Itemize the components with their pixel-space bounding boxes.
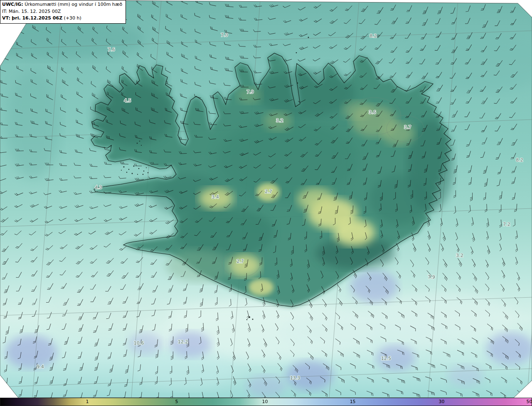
weather-map: 7.08.27.64.57.93.23.63.78.24.33.42.77.23… — [0, 0, 532, 398]
contour-label: 3.7 — [404, 125, 411, 130]
model-label: UWC/IG: — [2, 2, 23, 7]
colorbar-tick-label: 5 — [175, 398, 178, 406]
contour-label: 8.2 — [369, 33, 377, 39]
wind-barb — [0, 41, 9, 46]
valid-label: VT: — [2, 15, 10, 21]
contour-label: 3.2 — [456, 253, 463, 258]
contour-label: 8.2 — [516, 157, 523, 163]
init-time-line: IT: Mán. 15. 12. 2025 00Z — [2, 8, 122, 15]
contour-label: 12.5 — [381, 356, 392, 361]
contour-label: 7.9 — [428, 274, 435, 280]
contour-label: 12.2 — [178, 339, 188, 345]
forecast-info-box: UWC/IG: Úrkomumætti (mm) og vindur í 100… — [0, 0, 126, 24]
init-time: Mán. 15. 12. 2025 00Z — [9, 9, 61, 14]
colorbar-tick-label: 1 — [86, 398, 89, 406]
colorbar-tick-label: 15 — [350, 398, 356, 406]
colorbar-tick-label: 10 — [262, 398, 268, 406]
wind-barb — [5, 392, 8, 398]
contour-label: 4.3 — [95, 185, 102, 190]
contour-label: 7.0 — [221, 32, 228, 38]
contour-label: 2.7 — [236, 259, 244, 264]
contour-label: 4.5 — [124, 98, 131, 103]
contour-label: 3.6 — [369, 110, 376, 115]
map-title: Úrkomumætti (mm) og vindur í 100m hæð — [25, 2, 122, 7]
contour-label: 13.3 — [290, 375, 300, 381]
contour-label: 3.2 — [276, 118, 283, 123]
map-title-line: UWC/IG: Úrkomumætti (mm) og vindur í 100… — [2, 1, 122, 8]
contour-label: 10.6 — [134, 340, 144, 346]
colorbar-tick-label: 50 — [527, 398, 532, 406]
lead-time: (+30 h) — [64, 15, 81, 21]
contour-label: 9.4 — [37, 364, 44, 369]
contour-label: 3.4 — [212, 194, 219, 200]
contour-label: 7.6 — [108, 47, 115, 52]
wind-barb — [0, 27, 8, 32]
init-label: IT: — [2, 9, 7, 14]
contour-label: 2.7 — [265, 189, 272, 194]
colorbar-tick-label: 30 — [438, 398, 444, 406]
valid-time: þri. 16.12.2025 06Z — [12, 15, 62, 21]
weather-map-page: 7.08.27.64.57.93.23.63.78.24.33.42.77.23… — [0, 0, 532, 406]
valid-time-line: VT: þri. 16.12.2025 06Z (+30 h) — [2, 15, 122, 22]
contour-label: 7.2 — [503, 222, 510, 227]
contour-label: 7.9 — [246, 89, 254, 95]
colorbar: 1510153050 — [0, 398, 532, 406]
colorbar-labels: 1510153050 — [0, 398, 532, 406]
